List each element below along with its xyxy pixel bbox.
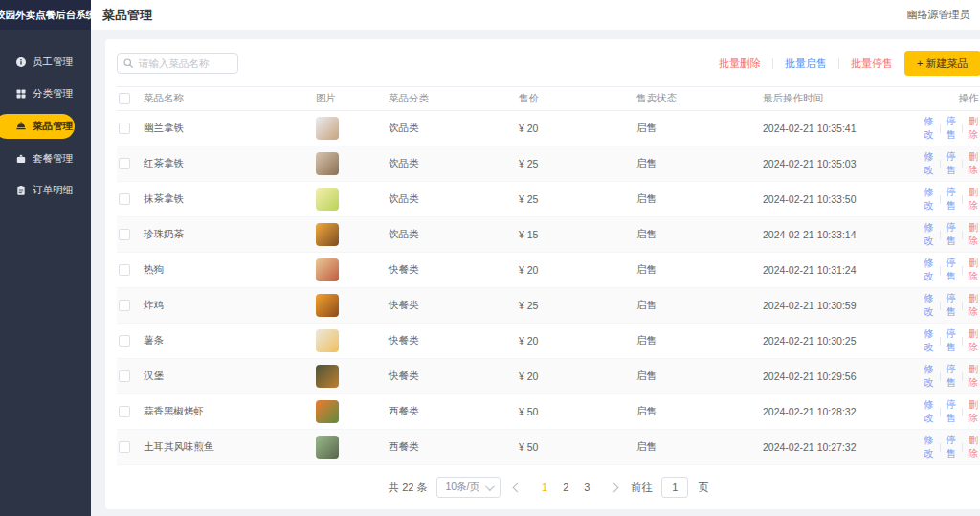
row-action-停售[interactable]: 停售: [946, 292, 956, 319]
dish-status: 启售: [636, 122, 763, 135]
dish-category: 快餐类: [389, 299, 519, 312]
sidebar: 校园外卖点餐后台系统 员工管理分类管理菜品管理套餐管理订单明细: [0, 0, 91, 516]
divider: [962, 124, 963, 133]
dish-image[interactable]: [316, 152, 339, 175]
divider: [962, 160, 963, 168]
row-action-删除[interactable]: 删除: [969, 363, 979, 390]
dish-image[interactable]: [316, 365, 339, 388]
chevron-right-icon: [610, 482, 619, 492]
dish-status: 启售: [636, 440, 763, 454]
row-action-停售[interactable]: 停售: [946, 327, 956, 354]
row-action-删除[interactable]: 删除: [969, 292, 979, 319]
sidebar-item-菜品管理[interactable]: 菜品管理: [0, 114, 75, 139]
batch-button-批量删除[interactable]: 批量删除: [719, 56, 761, 71]
dish-name: 抹茶拿铁: [144, 192, 316, 206]
row-action-修改[interactable]: 修改: [924, 398, 934, 425]
dish-status: 启售: [636, 370, 763, 383]
dish-category: 西餐类: [389, 405, 519, 418]
row-action-删除[interactable]: 删除: [969, 221, 979, 248]
dish-name: 薯条: [144, 334, 316, 348]
search-input[interactable]: [117, 53, 238, 74]
row-action-停售[interactable]: 停售: [946, 115, 956, 142]
chevron-left-icon: [513, 482, 523, 492]
next-page-button[interactable]: [607, 482, 621, 493]
dish-image[interactable]: [316, 188, 339, 211]
row-checkbox[interactable]: [119, 193, 130, 205]
row-action-删除[interactable]: 删除: [969, 398, 979, 425]
row-action-修改[interactable]: 修改: [924, 115, 934, 142]
row-action-停售[interactable]: 停售: [946, 150, 956, 177]
sidebar-item-员工管理[interactable]: 员工管理: [0, 51, 91, 74]
row-action-停售[interactable]: 停售: [946, 186, 956, 213]
dish-image[interactable]: [316, 436, 339, 459]
divider: [940, 408, 941, 416]
new-dish-button[interactable]: + 新建菜品: [904, 51, 980, 76]
dish-image[interactable]: [316, 400, 339, 423]
row-checkbox[interactable]: [119, 406, 130, 417]
row-action-删除[interactable]: 删除: [969, 257, 979, 283]
row-checkbox[interactable]: [119, 300, 130, 311]
table-row: 珍珠奶茶 饮品类 ¥ 15 启售 2024-02-21 10:33:14 修改停…: [117, 217, 980, 253]
row-checkbox[interactable]: [119, 441, 130, 453]
page-number-2[interactable]: 2: [555, 480, 576, 495]
dish-status: 启售: [636, 228, 763, 241]
row-action-修改[interactable]: 修改: [924, 434, 934, 460]
row-action-修改[interactable]: 修改: [924, 327, 934, 354]
page-number-1[interactable]: 1: [534, 480, 555, 495]
sidebar-item-label: 分类管理: [33, 87, 73, 101]
row-action-删除[interactable]: 删除: [969, 150, 979, 177]
dish-image[interactable]: [316, 294, 339, 317]
dish-status: 启售: [636, 263, 763, 277]
sidebar-item-分类管理[interactable]: 分类管理: [0, 82, 91, 105]
table-row: 薯条 快餐类 ¥ 20 启售 2024-02-21 10:30:25 修改停售删…: [117, 324, 980, 359]
sidebar-item-套餐管理[interactable]: 套餐管理: [0, 147, 91, 170]
row-action-删除[interactable]: 删除: [969, 186, 979, 213]
app-title: 校园外卖点餐后台系统: [0, 0, 91, 30]
row-checkbox[interactable]: [119, 370, 130, 382]
row-checkbox[interactable]: [119, 158, 130, 169]
row-action-修改[interactable]: 修改: [924, 292, 934, 319]
dish-image[interactable]: [316, 223, 339, 246]
row-action-修改[interactable]: 修改: [924, 186, 934, 213]
header-status: 售卖状态: [636, 92, 763, 105]
row-action-修改[interactable]: 修改: [924, 150, 934, 177]
row-actions: 修改停售删除: [924, 434, 980, 460]
table-row: 幽兰拿铁 饮品类 ¥ 20 启售 2024-02-21 10:35:41 修改停…: [117, 111, 980, 146]
dish-image[interactable]: [316, 329, 339, 352]
row-action-修改[interactable]: 修改: [924, 363, 934, 390]
divider: [962, 372, 963, 381]
prev-page-button[interactable]: [510, 482, 524, 493]
row-checkbox[interactable]: [119, 123, 130, 134]
batch-button-批量停售[interactable]: 批量停售: [851, 56, 893, 71]
dish-price: ¥ 50: [519, 441, 636, 453]
dish-image[interactable]: [316, 258, 339, 281]
dish-name: 红茶拿铁: [144, 157, 316, 170]
row-action-修改[interactable]: 修改: [924, 221, 934, 248]
row-actions: 修改停售删除: [924, 115, 980, 142]
row-action-停售[interactable]: 停售: [946, 398, 956, 425]
batch-button-批量启售[interactable]: 批量启售: [785, 56, 827, 71]
row-action-修改[interactable]: 修改: [924, 257, 934, 283]
row-action-停售[interactable]: 停售: [946, 221, 956, 248]
dish-image[interactable]: [316, 117, 339, 140]
dish-time: 2024-02-21 10:30:25: [763, 335, 924, 347]
row-action-删除[interactable]: 删除: [969, 434, 979, 460]
sidebar-item-订单明细[interactable]: 订单明细: [0, 179, 91, 202]
row-checkbox[interactable]: [119, 264, 130, 276]
row-actions: 修改停售删除: [924, 257, 980, 283]
dish-name: 炸鸡: [144, 299, 316, 312]
select-all-checkbox[interactable]: [119, 93, 130, 104]
page-number-3[interactable]: 3: [576, 480, 597, 495]
row-action-停售[interactable]: 停售: [946, 257, 956, 283]
dish-time: 2024-02-21 10:29:56: [763, 370, 924, 382]
table-row: 抹茶拿铁 饮品类 ¥ 25 启售 2024-02-21 10:33:50 修改停…: [117, 182, 980, 217]
goto-page-input[interactable]: [661, 477, 688, 498]
row-action-删除[interactable]: 删除: [969, 327, 979, 354]
header-price: 售价: [519, 92, 636, 105]
row-action-停售[interactable]: 停售: [946, 434, 956, 460]
page-size-select[interactable]: 10条/页: [436, 477, 501, 498]
row-checkbox[interactable]: [119, 229, 130, 240]
row-checkbox[interactable]: [119, 335, 130, 347]
row-action-删除[interactable]: 删除: [969, 115, 979, 142]
row-action-停售[interactable]: 停售: [946, 363, 956, 390]
